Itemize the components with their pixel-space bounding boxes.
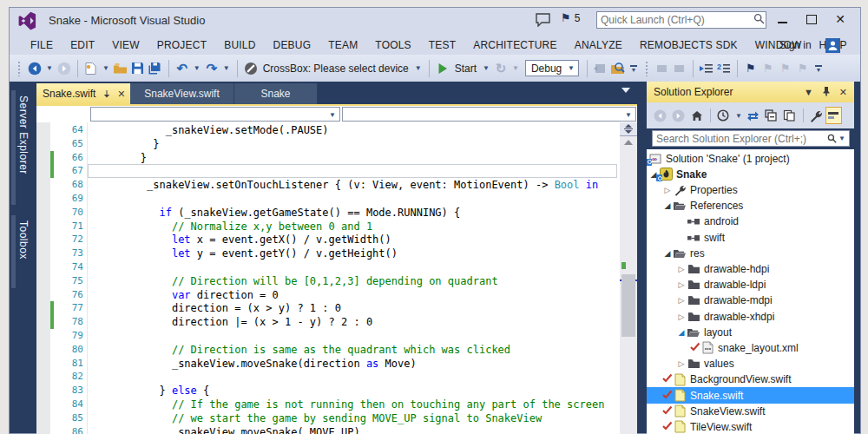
menu-item-architecture[interactable]: ARCHITECTURE bbox=[464, 36, 565, 54]
sidebar-tab-server-explorer[interactable]: Server Explorer bbox=[11, 90, 35, 205]
indent-icon[interactable] bbox=[698, 59, 715, 78]
crossbox-icon[interactable] bbox=[242, 59, 260, 78]
code-line-73[interactable]: 73 let y = event.getY() / v.getHeight() bbox=[36, 247, 620, 260]
maximize-button[interactable] bbox=[800, 10, 823, 28]
menu-item-analyze[interactable]: ANALYZE bbox=[566, 36, 631, 54]
code-line-82[interactable]: 82 bbox=[36, 370, 620, 384]
nav-back-icon[interactable] bbox=[26, 59, 43, 78]
dropdown-caret-icon[interactable]: ▼ bbox=[43, 64, 56, 72]
code-line-78[interactable]: 78 direction |= (x > 1 - y) ? 2 : 0 bbox=[36, 315, 620, 329]
find-in-files-icon[interactable] bbox=[609, 59, 627, 78]
bookmark-next-icon[interactable]: ⚑ bbox=[777, 59, 794, 78]
quick-launch-input[interactable] bbox=[597, 12, 752, 28]
tree-item-snakeview-swift[interactable]: SnakeView.swift bbox=[647, 403, 854, 419]
toolbar-overflow-icon[interactable]: ▼ bbox=[630, 65, 637, 72]
se-sync-icon[interactable] bbox=[745, 107, 761, 124]
se-show-all-files-icon[interactable] bbox=[825, 107, 842, 124]
code-line-71[interactable]: 71 // Normalize x,y between 0 and 1 bbox=[36, 220, 620, 233]
code-line-76[interactable]: 76 var direction = 0 bbox=[36, 288, 620, 302]
se-preview-icon[interactable] bbox=[781, 107, 798, 124]
toolbar-drag-handle[interactable] bbox=[17, 61, 22, 76]
tree-item-references[interactable]: ◢References bbox=[647, 198, 854, 214]
se-home-icon[interactable] bbox=[688, 107, 705, 124]
expand-arrow-icon[interactable]: ▷ bbox=[676, 312, 687, 321]
code-line-66[interactable]: 66 } bbox=[36, 151, 620, 165]
toolbar-overflow-icon[interactable]: ▼ bbox=[815, 65, 822, 72]
redo-icon[interactable]: ↷ bbox=[203, 59, 220, 78]
collapse-arrow-icon[interactable]: ◢ bbox=[676, 328, 687, 337]
menu-item-debug[interactable]: DEBUG bbox=[265, 36, 320, 54]
code-line-77[interactable]: 77 direction = (x > y) ? 1 : 0 bbox=[36, 301, 620, 315]
user-avatar[interactable] bbox=[825, 38, 840, 56]
tab-list-dropdown[interactable] bbox=[621, 88, 630, 93]
dropdown-caret-icon[interactable]: ▼ bbox=[412, 64, 424, 72]
dropdown-caret-icon[interactable]: ▼ bbox=[733, 112, 745, 120]
sidebar-tab-toolbox[interactable]: Toolbox bbox=[11, 215, 35, 288]
code-line-85[interactable]: 85 // we start the game by sending MOVE_… bbox=[36, 411, 620, 425]
code-line-83[interactable]: 83 } else { bbox=[36, 384, 620, 398]
se-collapse-all-icon[interactable] bbox=[763, 107, 779, 124]
sign-in-link[interactable]: Sign in bbox=[779, 39, 812, 51]
types-dropdown[interactable]: ▼ bbox=[90, 107, 340, 122]
close-button[interactable]: ✕ bbox=[829, 10, 852, 28]
tree-item-layout[interactable]: ◢layout bbox=[647, 324, 854, 340]
undo-icon[interactable]: ↶ bbox=[174, 59, 191, 78]
tree-item-drawable-hdpi[interactable]: ▷drawable-hdpi bbox=[647, 260, 854, 277]
document-tab-snakeview-swift[interactable]: SnakeView.swift bbox=[130, 83, 234, 104]
tree-item-solution-snake-1-project-[interactable]: ∞Solution 'Snake' (1 project) bbox=[647, 150, 854, 167]
tree-item-drawable-xhdpi[interactable]: ▷drawable-xhdpi bbox=[647, 308, 854, 325]
quick-launch-box[interactable] bbox=[596, 11, 766, 29]
pin-icon[interactable] bbox=[102, 89, 111, 100]
tree-item-drawable-mdpi[interactable]: ▷drawable-mdpi bbox=[647, 293, 854, 309]
nav-forward-icon[interactable] bbox=[56, 59, 73, 78]
solution-search-input[interactable] bbox=[653, 132, 827, 145]
dropdown-caret-icon[interactable]: ▼ bbox=[220, 64, 233, 72]
window-position-dropdown-icon[interactable]: ▼ bbox=[804, 87, 813, 97]
restart-icon[interactable]: ↻ bbox=[492, 59, 510, 78]
menu-item-remobjects-sdk[interactable]: REMOBJECTS SDK bbox=[631, 36, 746, 54]
solution-configurations-combo[interactable]: Debug▼ bbox=[525, 60, 579, 76]
se-forward-icon[interactable] bbox=[670, 107, 687, 124]
menu-item-view[interactable]: VIEW bbox=[103, 36, 148, 54]
close-tab-icon[interactable]: ✕ bbox=[117, 89, 125, 99]
code-line-86[interactable]: 86 _snakeView.moveSnake(.MOVE_UP) bbox=[36, 425, 620, 434]
preview-changes-icon[interactable] bbox=[592, 59, 609, 78]
collapse-arrow-icon[interactable]: ◢ bbox=[662, 249, 673, 258]
solution-explorer-header[interactable]: Solution Explorer ▼ ✕ bbox=[647, 82, 854, 102]
code-line-70[interactable]: 70 if (_snakeView.getGameState() == Mode… bbox=[36, 206, 620, 220]
document-tab-snake-swift[interactable]: Snake.swift✕ bbox=[36, 83, 130, 104]
se-back-icon[interactable] bbox=[652, 107, 668, 124]
code-line-72[interactable]: 72 let x = event.getX() / v.getWidth() bbox=[36, 233, 620, 247]
collapse-arrow-icon[interactable]: ◢ bbox=[662, 201, 673, 210]
code-line-68[interactable]: 68 _snakeView.setOnTouchListener { (v: V… bbox=[36, 178, 620, 192]
document-tab-snake[interactable]: Snake bbox=[234, 83, 318, 104]
dropdown-caret-icon[interactable]: ▼ bbox=[191, 64, 203, 72]
tree-item-res[interactable]: ◢res bbox=[647, 245, 854, 261]
member-back-icon[interactable] bbox=[654, 59, 671, 78]
whitespace-icon[interactable]: 2 bbox=[715, 59, 733, 78]
expand-arrow-icon[interactable]: ▷ bbox=[676, 265, 687, 273]
pin-icon[interactable] bbox=[822, 86, 831, 98]
code-line-67[interactable]: 67 bbox=[36, 164, 620, 178]
member-forward-icon[interactable] bbox=[671, 59, 688, 78]
search-options-dropdown-icon[interactable]: ▼ bbox=[838, 135, 849, 142]
expand-arrow-icon[interactable]: ▷ bbox=[676, 280, 687, 289]
tree-item-backgroundview-swift[interactable]: BackgroundView.swift bbox=[647, 372, 854, 388]
toolbar-label[interactable]: CrossBox: Please select device bbox=[260, 62, 412, 75]
tree-item-properties[interactable]: ▷Properties bbox=[647, 181, 854, 198]
code-line-74[interactable]: 74 bbox=[36, 260, 620, 274]
start-debug-icon[interactable] bbox=[434, 59, 451, 78]
code-line-65[interactable]: 65 } bbox=[36, 137, 620, 151]
expand-arrow-icon[interactable]: ▷ bbox=[676, 359, 687, 368]
code-line-79[interactable]: 79 bbox=[36, 329, 620, 343]
open-file-icon[interactable] bbox=[112, 59, 129, 78]
toolbar-drag-handle[interactable] bbox=[645, 61, 649, 76]
tree-item-values[interactable]: ▷values bbox=[647, 356, 854, 372]
menu-item-file[interactable]: FILE bbox=[22, 36, 62, 54]
tree-item-swift[interactable]: swift bbox=[647, 229, 854, 246]
expand-arrow-icon[interactable]: ▷ bbox=[676, 296, 687, 305]
menu-item-build[interactable]: BUILD bbox=[215, 36, 264, 54]
se-properties-icon[interactable] bbox=[807, 107, 824, 124]
code-line-64[interactable]: 64 _snakeView.setMode(.PAUSE) bbox=[36, 123, 620, 137]
save-icon[interactable] bbox=[129, 59, 147, 78]
